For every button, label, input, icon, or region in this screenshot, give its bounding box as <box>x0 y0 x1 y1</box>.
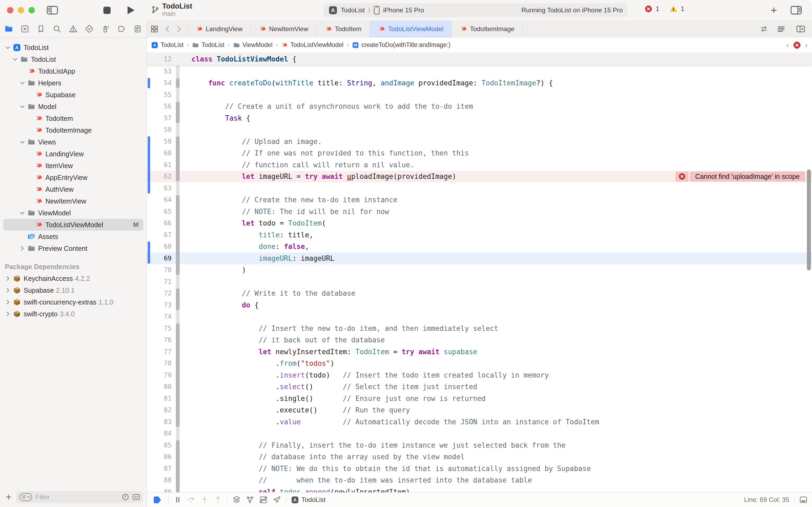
tab-TodoItem[interactable]: TodoItem <box>316 20 370 38</box>
sticky-declaration-line[interactable]: 12class TodoListViewModel { <box>147 53 812 65</box>
environment-overrides-button[interactable] <box>259 496 268 504</box>
find-icon[interactable] <box>53 24 61 33</box>
disclosure-chevron-icon[interactable] <box>19 103 26 110</box>
breadcrumb-item[interactable]: TodoListViewModel <box>281 41 343 49</box>
step-over-button[interactable] <box>187 496 195 504</box>
breakpoints-icon[interactable] <box>117 24 126 33</box>
line-number[interactable]: 78 <box>147 359 175 367</box>
line-number[interactable]: 79 <box>147 372 175 379</box>
window-zoom-button[interactable] <box>28 7 35 13</box>
code-line-84[interactable]: 84 <box>147 428 812 440</box>
tab-TodoItemImage[interactable]: TodoItemImage <box>452 20 523 38</box>
code-line-79[interactable]: 79 .insert(todo) // Insert the todo item… <box>147 369 812 381</box>
disclosure-chevron-icon[interactable] <box>4 44 11 51</box>
sidebar-item-ItemView[interactable]: ItemView <box>0 160 147 172</box>
disclosure-chevron-icon[interactable] <box>19 79 26 87</box>
line-number[interactable]: 56 <box>147 103 175 110</box>
source-control-icon[interactable] <box>20 24 29 33</box>
memory-graph-button[interactable] <box>246 496 254 504</box>
tab-NewItemView[interactable]: NewItemView <box>251 20 316 38</box>
sidebar-item-Supabase[interactable]: Supabase <box>0 89 147 101</box>
project-title-widget[interactable]: TodoList main <box>151 2 192 17</box>
sidebar-item-AuthView[interactable]: AuthView <box>0 183 147 195</box>
sidebar-item-TodoItemImage[interactable]: TodoItemImage <box>0 124 147 136</box>
code-line-78[interactable]: 78 .from("todos") <box>147 358 812 370</box>
code-line-87[interactable]: 87 // NOTE: We do this to obtain the id … <box>147 463 812 474</box>
pause-button[interactable] <box>173 496 182 504</box>
code-line-62[interactable]: 62 let imageURL = try await uploadImage(… <box>147 171 812 183</box>
line-number[interactable]: 54 <box>147 79 175 87</box>
sidebar-item-Assets[interactable]: Assets <box>0 231 147 242</box>
add-editor-button[interactable] <box>793 25 808 33</box>
line-number[interactable]: 71 <box>147 278 175 285</box>
line-number[interactable]: 68 <box>147 243 175 250</box>
bookmarks-icon[interactable] <box>37 24 45 33</box>
line-number[interactable]: 65 <box>147 208 175 215</box>
sidebar-item-ViewModel[interactable]: ViewModel <box>0 207 147 219</box>
code-line-69[interactable]: 69 imageURL: imageURL <box>147 252 812 264</box>
sidebar-item-TodoItem[interactable]: TodoItem <box>0 113 147 124</box>
code-line-70[interactable]: 70 ) <box>147 264 812 276</box>
line-number[interactable]: 62 <box>147 173 175 180</box>
disclosure-chevron-icon[interactable] <box>4 311 11 318</box>
breadcrumb-item[interactable]: TodoList <box>192 41 225 49</box>
code-review-button[interactable] <box>756 25 771 33</box>
line-number[interactable]: 59 <box>147 138 175 145</box>
disclosure-chevron-icon[interactable] <box>11 56 18 63</box>
line-number[interactable]: 83 <box>147 418 175 426</box>
run-destination-selector[interactable]: TodoList ⟩ iPhone 15 Pro Running TodoLis… <box>324 3 628 17</box>
stop-button[interactable] <box>102 5 112 15</box>
line-number[interactable]: 69 <box>147 255 175 262</box>
code-line-64[interactable]: 64 // Create the new to-do item instance <box>147 194 812 206</box>
line-number[interactable]: 55 <box>147 91 175 99</box>
running-app-item[interactable]: TodoList <box>291 496 326 504</box>
code-line-83[interactable]: 83 .value // Automatically decode the JS… <box>147 416 812 428</box>
filter-options-icon[interactable] <box>19 493 33 501</box>
sidebar-item-LandingView[interactable]: LandingView <box>0 148 147 160</box>
window-close-button[interactable] <box>7 7 13 13</box>
line-number[interactable]: 64 <box>147 196 175 204</box>
issue-stepper-error-icon[interactable] <box>793 41 801 49</box>
source-editor[interactable]: 12class TodoListViewModel { 5354 func cr… <box>147 53 812 492</box>
project-navigator-icon[interactable] <box>4 24 13 33</box>
disclosure-chevron-icon[interactable] <box>4 287 11 294</box>
breadcrumb-item[interactable]: ViewModel <box>233 41 273 49</box>
tests-icon[interactable] <box>85 24 94 33</box>
line-number[interactable]: 60 <box>147 149 175 157</box>
line-number[interactable]: 74 <box>147 313 175 320</box>
window-minimize-button[interactable] <box>18 7 24 13</box>
line-number[interactable]: 63 <box>147 184 175 192</box>
code-line-58[interactable]: 58 <box>147 124 812 136</box>
code-line-76[interactable]: 76 // it back out of the database <box>147 334 812 346</box>
code-line-55[interactable]: 55 <box>147 89 812 101</box>
disclosure-chevron-icon[interactable] <box>19 138 26 146</box>
line-number[interactable]: 82 <box>147 406 175 414</box>
code-line-60[interactable]: 60 // If one was not provided to this fu… <box>147 148 812 159</box>
line-number[interactable]: 80 <box>147 383 175 390</box>
code-line-71[interactable]: 71 <box>147 276 812 288</box>
reports-icon[interactable] <box>133 24 142 33</box>
code-line-88[interactable]: 88 // when the to-do item was inserted i… <box>147 474 812 486</box>
sidebar-divider[interactable] <box>147 20 147 507</box>
code-line-73[interactable]: 73 do { <box>147 299 812 311</box>
code-line-54[interactable]: 54 func createToDo(withTitle title: Stri… <box>147 77 812 89</box>
disclosure-chevron-icon[interactable] <box>4 275 11 282</box>
line-number[interactable]: 75 <box>147 325 175 332</box>
line-number[interactable]: 86 <box>147 453 175 460</box>
recents-clock-icon[interactable] <box>121 493 129 501</box>
code-line-86[interactable]: 86 // database into the array used by th… <box>147 451 812 463</box>
line-number[interactable]: 77 <box>147 348 175 355</box>
code-line-75[interactable]: 75 // Insert the new to-do item, and the… <box>147 323 812 334</box>
code-line-85[interactable]: 85 // Finally, insert the to-do item ins… <box>147 439 812 451</box>
step-out-button[interactable] <box>214 496 222 504</box>
next-issue-button[interactable]: › <box>805 41 808 50</box>
go-forward-button[interactable] <box>173 20 184 38</box>
package-item-swift-crypto[interactable]: swift-crypto3.4.0 <box>0 308 147 320</box>
sidebar-item-Preview-Content[interactable]: Preview Content <box>0 242 147 254</box>
code-line-63[interactable]: 63 <box>147 182 812 194</box>
sidebar-item-TodoList[interactable]: TodoList <box>0 42 147 53</box>
package-item-Supabase[interactable]: Supabase2.10.1 <box>0 284 147 296</box>
line-number[interactable]: 61 <box>147 161 175 169</box>
breakpoints-toggle-button[interactable] <box>151 496 164 504</box>
line-number[interactable]: 66 <box>147 219 175 227</box>
